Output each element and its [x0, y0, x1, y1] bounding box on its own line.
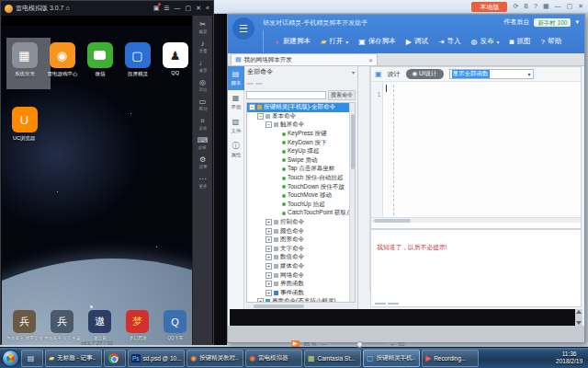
scrollbar-thumb[interactable] [374, 219, 411, 223]
combo-caret-icon[interactable]: ▾ [528, 71, 531, 77]
taskbar-button[interactable]: ▦ Camtasia St... [304, 350, 361, 367]
scroll-up-icon[interactable] [576, 310, 582, 314]
tree-expander-icon[interactable] [266, 254, 272, 260]
window-control-icon[interactable]: ⟳ [513, 2, 518, 11]
nav-item[interactable]: ▧ 文件 [228, 114, 244, 138]
tree-item[interactable]: 事件函数 [247, 288, 355, 297]
emulator-control-icon[interactable]: ▣ [153, 5, 160, 12]
panel-tab[interactable] [246, 83, 254, 85]
level-badge[interactable]: 新手村 100 [534, 18, 571, 27]
tree-expander-icon[interactable] [266, 228, 272, 235]
tab-close-icon[interactable]: ✕ [368, 57, 373, 63]
taskbar-button[interactable] [104, 350, 126, 367]
search-command-button[interactable]: 搜索命令 [328, 90, 356, 100]
app-icon[interactable]: ◉ 雷电游戏中心 [43, 42, 81, 78]
tree-item[interactable]: 图形命令 [247, 236, 355, 245]
tree-item[interactable]: TouchDown 按住不放 [247, 182, 355, 191]
tree-item[interactable]: 控制命令 [247, 218, 355, 227]
dismiss-hint-link[interactable]: 我知道了，以后不必提示! [377, 243, 575, 252]
toolbar-button[interactable]: ＋ 新建脚本 [273, 37, 311, 46]
nav-item[interactable]: ▦ 界面 [228, 90, 244, 114]
code-area[interactable]: 1 [371, 82, 581, 223]
window-control-icon[interactable]: ? [534, 2, 537, 11]
function-select[interactable]: 显示全部函数 ▾ [449, 69, 534, 79]
tree-expander-icon[interactable] [266, 219, 272, 225]
nav-item[interactable]: ⓘ 属性 [228, 138, 244, 162]
dock-app-icon[interactable]: 梦 梦幻西游 [119, 310, 156, 342]
tree-vertical-scrollbar[interactable] [349, 103, 355, 302]
sidebar-tool-button[interactable]: ♩ 减音 [198, 59, 208, 73]
tree-item[interactable]: 触屏命令 [247, 121, 355, 130]
tree-item[interactable]: Swipe 滑动 [247, 156, 355, 166]
toolbar-button[interactable]: ▰ 打开 ▾ [321, 37, 348, 46]
app-icon[interactable]: U UC浏览器 [6, 107, 43, 143]
dock-app-icon[interactable]: 兵 热血军王 精英竞技 [6, 310, 43, 342]
tree-expander-icon[interactable] [257, 298, 264, 303]
start-button[interactable] [2, 350, 19, 367]
emulator-titlebar[interactable]: 雷电模拟版 3.0.7 ⌂ ▣☰—▢✕« [1, 1, 213, 16]
caret-down-icon[interactable]: ▾ [345, 39, 348, 45]
emulator-control-icon[interactable]: ▢ [186, 5, 192, 12]
author-backend-link[interactable]: 作者后台 [503, 17, 529, 27]
app-icon[interactable]: ▢ 投屏精灵 [119, 42, 156, 78]
help-tab[interactable] [388, 303, 399, 305]
panel-pin-icon[interactable]: ▾ [352, 69, 355, 75]
tree-expander-icon[interactable] [266, 236, 272, 243]
window-control-icon[interactable]: — [555, 2, 561, 11]
ui-design-button[interactable]: ◉ UI设计 [406, 69, 444, 79]
editor-horizontal-scrollbar[interactable] [371, 217, 581, 223]
toolbar-button[interactable]: ? 帮助 [540, 37, 560, 46]
tree-item[interactable]: 按键精灵(手机版)-全部命令 [247, 103, 355, 112]
tree-item[interactable]: 文字命令 [247, 245, 355, 254]
tree-item[interactable]: 网络命令 [247, 270, 355, 280]
tree-item[interactable]: Touch 按住-自动抬起 [247, 174, 355, 183]
tree-expander-icon[interactable] [266, 246, 272, 252]
taskbar-button[interactable]: ▶ Recording... [422, 350, 479, 367]
emulator-control-icon[interactable]: « [206, 5, 209, 12]
window-control-icon[interactable]: ▦ [543, 2, 549, 11]
taskbar-button[interactable]: ◉ 雷电模拟器 [245, 350, 302, 367]
scrollbar-thumb[interactable] [254, 305, 304, 308]
tree-item[interactable]: KeyDown 按下 [247, 138, 355, 147]
app-icon[interactable]: ♟ QQ [156, 42, 194, 78]
emulator-control-icon[interactable]: — [175, 5, 181, 12]
sidebar-tool-button[interactable]: ⌗ 安装 [198, 117, 208, 131]
app-icon[interactable]: ▦ 系统应用 [6, 42, 43, 78]
tree-expander-icon[interactable] [266, 272, 272, 279]
tree-item[interactable]: TouchMove 移动 [247, 191, 355, 201]
tree-expander-icon[interactable] [257, 113, 264, 120]
taskbar-button[interactable]: ◉ 按键精灵教程.. [187, 350, 243, 367]
tree-expander-icon[interactable] [266, 290, 272, 296]
dock-app-icon[interactable]: Q QQ飞车 [156, 310, 194, 342]
nav-item[interactable]: ▤ 脚本 [228, 66, 244, 90]
taskbar-button[interactable]: Ps sd.psd @ 10... [128, 350, 185, 367]
tree-expander-icon[interactable] [266, 121, 272, 128]
taskbar-clock[interactable]: 11:36 2018/2/19 [552, 351, 586, 365]
taskbar-button[interactable]: ▰ 无标题 - 记事.. [45, 350, 102, 367]
sidebar-tool-button[interactable]: ▭ 晃动 [198, 98, 208, 111]
sidebar-tool-button[interactable]: ⋯ 更多 [198, 175, 208, 189]
tree-item[interactable]: 数值命令 [247, 253, 355, 262]
toolbar-button[interactable]: ◍ 发布 ▾ [471, 37, 500, 46]
tree-item[interactable]: KeyPress 按键 [247, 130, 355, 139]
tree-item[interactable]: 基本命令 [247, 112, 355, 121]
command-search-input[interactable] [246, 91, 326, 99]
sidebar-tool-button[interactable]: ♪ 音量 [198, 40, 208, 53]
scrollbar-thumb[interactable] [351, 114, 355, 169]
tree-item[interactable]: TouchUp 抬起 [247, 201, 355, 210]
local-version-badge[interactable]: 本地版 [471, 2, 507, 12]
emulator-control-icon[interactable]: ✕ [196, 5, 201, 12]
tree-expander-icon[interactable] [249, 104, 255, 110]
sidebar-tool-button[interactable]: ◎ 定位 [198, 78, 208, 92]
dock-app-icon[interactable]: 遨 遨宫殿 [81, 310, 119, 342]
toolbar-button[interactable]: ▶ 调试 [406, 37, 428, 46]
app-icon[interactable]: 微信 [81, 42, 119, 78]
account-caret-icon[interactable]: ▾ [575, 18, 579, 26]
window-control-icon[interactable]: ▢ [567, 2, 573, 11]
main-menu-button[interactable]: ☰ [232, 17, 254, 40]
scroll-down-icon[interactable] [576, 321, 582, 325]
sidebar-tool-button[interactable]: ⚙ 设置 [198, 155, 208, 169]
zoom-slider[interactable] [331, 343, 386, 344]
tree-expander-icon[interactable] [266, 263, 272, 270]
panel-tab[interactable] [255, 83, 263, 85]
